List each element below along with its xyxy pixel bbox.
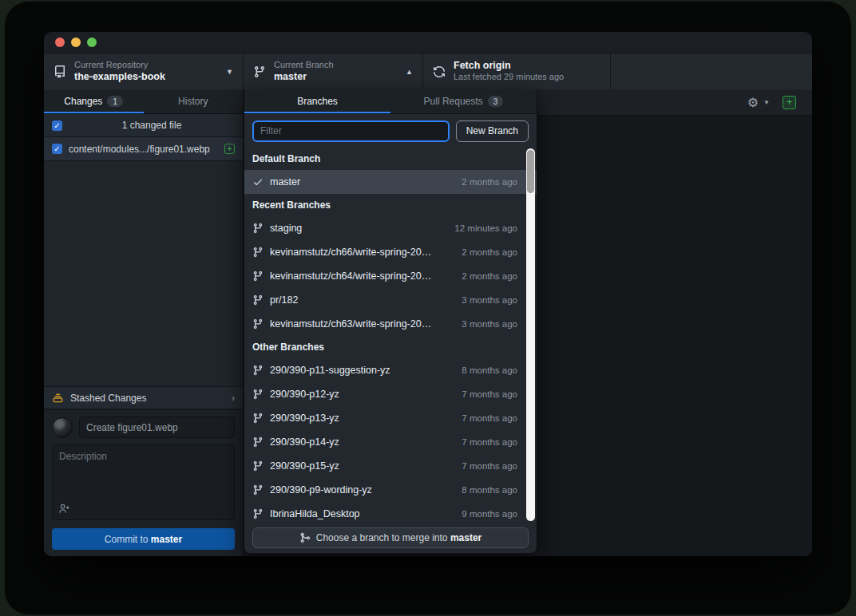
commit-button[interactable]: Commit to master [52, 528, 235, 550]
branch-updated-time: 7 months ago [462, 461, 517, 471]
branch-row[interactable]: 290/390-p14-yz7 months ago [244, 430, 537, 454]
branch-updated-time: 3 months ago [462, 319, 517, 329]
branch-row[interactable]: 290/390-p15-yz7 months ago [244, 454, 537, 478]
fetch-label: Fetch origin [454, 60, 600, 73]
current-repository-dropdown[interactable]: Current Repository the-examples-book ▼ [44, 53, 244, 89]
branch-row[interactable]: kevinamstutz/ch63/write-spring-20…3 mont… [244, 312, 537, 336]
repo-icon [54, 65, 66, 78]
branch-row[interactable]: master2 months ago [244, 170, 537, 194]
git-branch-icon [252, 270, 264, 282]
branch-row[interactable]: 290/390-p12-yz7 months ago [244, 382, 537, 406]
branch-updated-time: 7 months ago [462, 413, 517, 423]
tab-pull-requests[interactable]: Pull Requests 3 [390, 89, 537, 113]
filter-row: New Branch [244, 114, 537, 148]
git-branch-icon [253, 65, 266, 78]
tab-history-label: History [178, 96, 208, 107]
branch-row[interactable]: 290/390-p11-suggestion-yz8 months ago [244, 358, 537, 382]
repo-label: Current Repository [74, 60, 218, 71]
tab-changes[interactable]: Changes 1 [44, 89, 144, 113]
popover-footer: Choose a branch to merge into master [244, 522, 537, 553]
branch-label: Current Branch [274, 60, 398, 71]
branch-row[interactable]: kevinamstutz/ch66/write-spring-20…2 mont… [244, 240, 537, 264]
stashed-changes-row[interactable]: Stashed Changes › [44, 386, 243, 409]
branch-row[interactable]: 290/390-p9-wording-yz8 months ago [244, 478, 537, 502]
chevron-down-icon: ▼ [226, 68, 233, 76]
git-branch-icon [252, 223, 264, 234]
merge-branch-button[interactable]: Choose a branch to merge into master [252, 527, 529, 548]
branch-section-header: Other Branches [244, 336, 537, 358]
branch-updated-time: 2 months ago [462, 271, 517, 281]
branch-updated-time: 3 months ago [462, 295, 517, 305]
close-window-button[interactable] [55, 38, 65, 47]
git-branch-icon [252, 484, 264, 496]
git-merge-icon [299, 532, 311, 543]
branch-updated-time: 2 months ago [462, 247, 517, 257]
fetch-origin-button[interactable]: Fetch origin Last fetched 29 minutes ago [423, 53, 611, 89]
chevron-right-icon: › [232, 392, 235, 404]
branch-updated-time: 8 months ago [462, 485, 517, 495]
github-desktop-window: Current Repository the-examples-book ▼ C… [44, 32, 812, 556]
branch-name: 290/390-p12-yz [270, 389, 455, 400]
avatar [52, 417, 73, 438]
commit-button-branch: master [151, 534, 182, 545]
commit-summary-input[interactable] [79, 417, 235, 438]
branch-updated-time: 8 months ago [462, 365, 517, 375]
changed-files-count: 1 changed file [69, 120, 235, 131]
fetch-text: Fetch origin Last fetched 29 minutes ago [454, 60, 600, 83]
file-list-empty-area [44, 161, 243, 386]
check-icon [252, 176, 264, 188]
changed-file-row[interactable]: ✓ content/modules.../figure01.webp + [44, 137, 243, 161]
branch-name: kevinamstutz/ch64/write-spring-20… [270, 270, 455, 282]
git-branch-icon [252, 318, 264, 330]
current-branch-dropdown[interactable]: Current Branch master ▲ [244, 53, 423, 89]
branch-name: master [274, 71, 398, 84]
git-branch-icon [252, 508, 264, 519]
commit-button-prefix: Commit to [105, 534, 151, 545]
toolbar-spacer [611, 53, 812, 89]
branch-row[interactable]: staging12 minutes ago [244, 216, 537, 240]
branch-row[interactable]: kevinamstutz/ch64/write-spring-20…2 mont… [244, 264, 537, 288]
repo-name: the-examples-book [74, 71, 218, 84]
commit-form: Description Commit to master [44, 409, 243, 556]
gear-icon[interactable]: ⚙ [747, 95, 759, 110]
tab-branches-label: Branches [297, 96, 338, 107]
commit-description-field[interactable]: Description [52, 444, 235, 520]
branch-name: kevinamstutz/ch66/write-spring-20… [270, 247, 455, 258]
traffic-lights [55, 38, 97, 47]
stash-icon [52, 392, 64, 404]
branch-list: Default Branchmaster2 months agoRecent B… [244, 148, 537, 522]
file-checkbox[interactable]: ✓ [52, 144, 62, 154]
new-branch-button[interactable]: New Branch [456, 120, 529, 142]
minimize-window-button[interactable] [71, 38, 81, 47]
branch-filter-input[interactable] [252, 120, 450, 142]
popover-tabbar: Branches Pull Requests 3 [244, 89, 537, 114]
branch-updated-time: 12 minutes ago [454, 223, 517, 233]
git-branch-icon [252, 294, 264, 306]
add-coauthor-icon[interactable] [58, 503, 70, 515]
merge-button-branch: master [450, 532, 482, 543]
branch-name: 290/390-p11-suggestion-yz [270, 365, 455, 376]
branch-section-header: Default Branch [244, 148, 537, 170]
git-branch-icon [252, 389, 264, 400]
git-branch-icon [252, 436, 264, 448]
repo-text: Current Repository the-examples-book [74, 60, 218, 83]
scrollbar-thumb[interactable] [527, 150, 534, 193]
branch-list-scrollbar[interactable] [526, 148, 535, 521]
select-all-checkbox[interactable]: ✓ [52, 120, 62, 131]
sidebar: Changes 1 History ✓ 1 changed file ✓ con… [44, 89, 244, 556]
branch-row[interactable]: 290/390-p13-yz7 months ago [244, 406, 537, 430]
gear-chevron-down-icon[interactable]: ▼ [763, 99, 770, 106]
fetch-sub: Last fetched 29 minutes ago [454, 72, 600, 83]
expand-diff-icon[interactable]: + [783, 96, 796, 109]
zoom-window-button[interactable] [87, 38, 97, 47]
tab-branches[interactable]: Branches [244, 89, 390, 113]
branch-updated-time: 7 months ago [462, 389, 517, 399]
stashed-changes-label: Stashed Changes [70, 393, 225, 404]
branch-name: master [270, 176, 455, 188]
changes-count-badge: 1 [107, 96, 123, 108]
tab-history[interactable]: History [144, 89, 244, 113]
branch-row[interactable]: IbrinaHilda_Desktop9 months ago [244, 502, 537, 522]
branch-row[interactable]: pr/1823 months ago [244, 288, 537, 312]
branch-updated-time: 9 months ago [462, 509, 517, 519]
file-added-icon: + [224, 144, 235, 154]
